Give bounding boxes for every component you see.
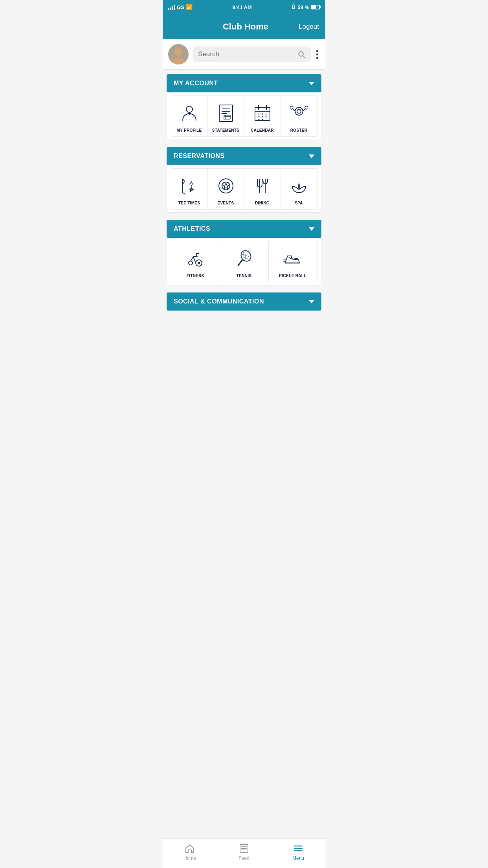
fitness-icon: [183, 247, 207, 270]
page-title: Club Home: [193, 22, 299, 32]
calendar-item[interactable]: CALENDAR: [244, 96, 281, 137]
roster-icon: [287, 101, 311, 125]
profile-label: MY PROFILE: [177, 128, 202, 132]
dining-icon: [251, 174, 274, 198]
svg-line-5: [303, 56, 305, 58]
social-communication-section: SOCIAL & COMMUNICATION: [163, 292, 325, 311]
dining-item[interactable]: DINING: [244, 168, 281, 210]
svg-point-33: [305, 106, 308, 109]
my-account-grid: MY PROFILE STATEMENTS: [167, 92, 321, 140]
svg-point-31: [290, 106, 293, 109]
my-account-header[interactable]: MY ACCOUNT: [167, 74, 321, 92]
athletics-chevron-icon: [309, 227, 314, 231]
svg-line-52: [245, 252, 246, 260]
events-item[interactable]: EVENTS: [207, 168, 244, 210]
bluetooth-icon: Ǘ: [292, 4, 295, 10]
nav-menu[interactable]: Menu: [271, 843, 325, 861]
reservations-grid: TEE TIMES EVENTS: [167, 165, 321, 213]
svg-point-1: [174, 48, 182, 56]
reservations-label: RESERVATIONS: [174, 153, 225, 160]
athletics-section: ATHLETICS FITNESS: [163, 220, 325, 285]
statements-label: STATEMENTS: [212, 128, 239, 132]
svg-point-23: [258, 116, 259, 117]
tee-times-label: TEE TIMES: [178, 201, 200, 205]
social-communication-header[interactable]: SOCIAL & COMMUNICATION: [167, 292, 321, 311]
status-left: GS 📶: [168, 4, 193, 10]
fitness-label: FITNESS: [187, 274, 204, 278]
search-area: [163, 39, 325, 70]
avatar[interactable]: [168, 44, 189, 64]
more-options-button[interactable]: [315, 48, 320, 61]
tennis-item[interactable]: TENNIS: [220, 241, 269, 282]
svg-point-46: [189, 261, 193, 265]
search-input[interactable]: [198, 50, 294, 58]
svg-point-22: [265, 113, 266, 114]
svg-point-27: [262, 119, 263, 120]
roster-item[interactable]: ROSTER: [281, 96, 317, 137]
dining-label: DINING: [255, 201, 270, 205]
bottom-nav: Home Feed Menu: [163, 839, 325, 868]
calendar-label: CALENDAR: [251, 128, 274, 132]
logout-button[interactable]: Logout: [299, 23, 319, 31]
statements-icon: [214, 101, 238, 125]
svg-marker-42: [223, 183, 229, 189]
home-icon: [184, 843, 195, 854]
pickleball-icon: [281, 247, 305, 270]
signal-icon: [168, 4, 175, 10]
tennis-label: TENNIS: [237, 274, 251, 278]
svg-point-24: [262, 116, 263, 117]
my-profile-item[interactable]: MY PROFILE: [171, 96, 208, 137]
my-account-chevron-icon: [309, 82, 314, 85]
feed-icon: [238, 843, 250, 854]
spa-label: SPA: [295, 201, 303, 205]
events-icon: [214, 174, 238, 198]
svg-line-50: [238, 260, 242, 265]
tee-times-icon: [178, 174, 201, 198]
tee-times-item[interactable]: TEE TIMES: [171, 168, 208, 210]
fitness-item[interactable]: FITNESS: [171, 241, 220, 282]
svg-point-20: [258, 113, 259, 114]
athletics-header[interactable]: ATHLETICS: [167, 220, 321, 238]
pickleball-label: PICKLE BALL: [279, 274, 306, 278]
nav-home[interactable]: Home: [163, 843, 217, 861]
svg-point-28: [295, 107, 303, 115]
pickleball-item[interactable]: PICKLE BALL: [268, 241, 317, 282]
header: Club Home Logout: [163, 14, 325, 39]
nav-feed[interactable]: Feed: [217, 843, 271, 861]
spa-icon: [287, 174, 311, 198]
my-account-section: MY ACCOUNT MY PROFILE: [163, 74, 325, 140]
menu-icon: [293, 843, 304, 854]
battery-percent: 58 %: [297, 4, 309, 10]
athletics-label: ATHLETICS: [174, 225, 210, 232]
avatar-image: [168, 44, 189, 64]
statements-item[interactable]: STATEMENTS: [207, 96, 244, 137]
svg-point-26: [258, 119, 259, 120]
athletics-grid: FITNESS TENNIS: [167, 238, 321, 285]
wifi-icon: 📶: [186, 4, 193, 10]
reservations-chevron-icon: [309, 154, 314, 158]
svg-point-48: [198, 262, 200, 264]
reservations-header[interactable]: RESERVATIONS: [167, 147, 321, 165]
search-input-wrap[interactable]: [193, 46, 311, 62]
roster-label: ROSTER: [290, 128, 307, 132]
tennis-icon: [232, 247, 256, 270]
social-communication-label: SOCIAL & COMMUNICATION: [174, 298, 264, 305]
svg-point-29: [297, 109, 301, 113]
events-label: EVENTS: [218, 201, 234, 205]
menu-nav-label: Menu: [292, 855, 304, 861]
svg-point-21: [262, 113, 263, 114]
carrier-label: GS: [177, 4, 184, 10]
search-icon: [297, 50, 305, 58]
my-account-label: MY ACCOUNT: [174, 80, 218, 87]
svg-line-51: [243, 252, 244, 259]
profile-icon: [178, 101, 201, 125]
social-communication-chevron-icon: [309, 300, 314, 303]
svg-line-35: [183, 193, 185, 194]
svg-point-25: [265, 116, 266, 117]
svg-point-6: [186, 106, 193, 112]
calendar-icon: [251, 101, 274, 125]
time-label: 9:41 AM: [232, 4, 251, 10]
spa-item[interactable]: SPA: [281, 168, 317, 210]
svg-point-40: [219, 179, 233, 193]
battery-icon: [311, 5, 320, 9]
